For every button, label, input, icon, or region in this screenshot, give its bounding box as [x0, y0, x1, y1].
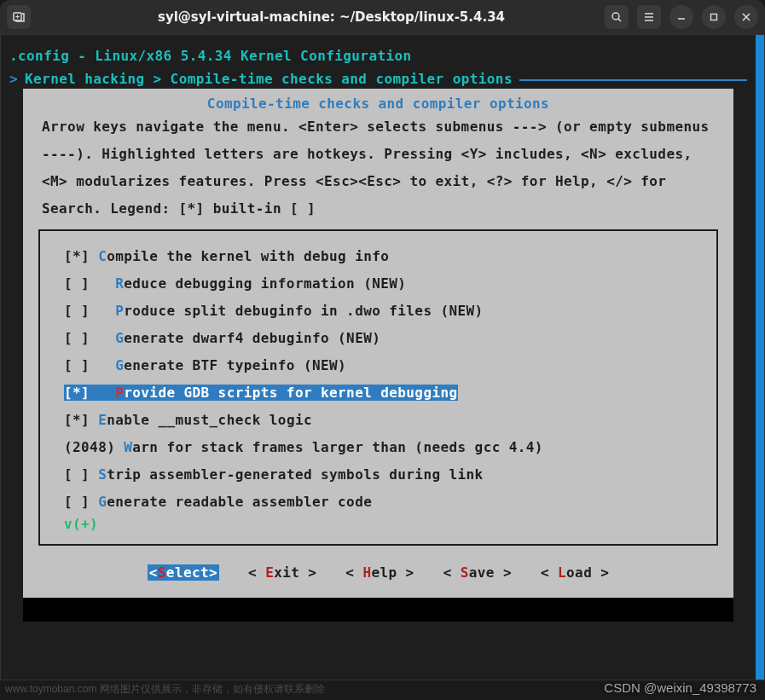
menu-list: [*] Compile the kernel with debug info[ …	[38, 229, 718, 546]
window-titlebar: syl@syl-virtual-machine: ~/Desktop/linux…	[0, 0, 765, 34]
search-button[interactable]	[605, 5, 629, 29]
svg-point-1	[612, 13, 619, 20]
dialog-button-load[interactable]: < Load >	[541, 564, 609, 581]
window-title: syl@syl-virtual-machine: ~/Desktop/linux…	[58, 9, 605, 25]
config-title-line: .config - Linux/x86 5.4.34 Kernel Config…	[1, 43, 756, 69]
maximize-button[interactable]	[702, 5, 726, 29]
menu-item-4[interactable]: [ ] Generate BTF typeinfo (NEW)	[40, 352, 716, 379]
dialog-button-help[interactable]: < Help >	[345, 564, 414, 581]
dialog-help-text: Arrow keys navigate the menu. <Enter> se…	[42, 112, 715, 224]
watermark-bottom-left: www.toymoban.com 网络图片仅供展示，非存储，如有侵权请联系删除	[5, 682, 325, 697]
menu-item-7[interactable]: (2048) Warn for stack frames larger than…	[40, 434, 716, 461]
menu-item-5[interactable]: [*] Provide GDB scripts for kernel debug…	[40, 379, 716, 407]
new-tab-button[interactable]	[7, 5, 31, 29]
svg-rect-2	[711, 14, 717, 20]
close-button[interactable]	[734, 5, 758, 29]
dialog-title: Compile-time checks and compiler options	[42, 95, 715, 112]
terminal-black-area	[23, 598, 733, 622]
minimize-button[interactable]	[669, 5, 693, 29]
menu-item-1[interactable]: [ ] Reduce debugging information (NEW)	[40, 270, 716, 298]
menuconfig-dialog: Compile-time checks and compiler options…	[23, 89, 733, 598]
terminal-content[interactable]: .config - Linux/x86 5.4.34 Kernel Config…	[1, 35, 764, 680]
button-row: <Select>< Exit >< Help >< Save >< Load >	[23, 546, 733, 598]
menu-item-6[interactable]: [*] Enable __must_check logic	[40, 407, 716, 434]
menu-item-9[interactable]: [ ] Generate readable assembler code	[40, 489, 716, 516]
dialog-button-select[interactable]: <Select>	[148, 564, 219, 581]
menu-item-8[interactable]: [ ] Strip assembler-generated symbols du…	[40, 461, 716, 489]
breadcrumb-rule	[519, 79, 747, 81]
breadcrumb-line: > Kernel hacking > Compile-time checks a…	[1, 69, 756, 89]
menu-item-3[interactable]: [ ] Generate dwarf4 debuginfo (NEW)	[40, 325, 716, 352]
dialog-button-exit[interactable]: < Exit >	[248, 564, 316, 581]
menu-item-0[interactable]: [*] Compile the kernel with debug info	[40, 243, 716, 270]
watermark-bottom-right: CSDN @weixin_49398773	[604, 680, 756, 695]
dialog-button-save[interactable]: < Save >	[443, 564, 512, 581]
menu-item-2[interactable]: [ ] Produce split debuginfo in .dwo file…	[40, 298, 716, 325]
more-indicator: v(+)	[40, 516, 716, 532]
hamburger-menu-button[interactable]	[637, 5, 661, 29]
